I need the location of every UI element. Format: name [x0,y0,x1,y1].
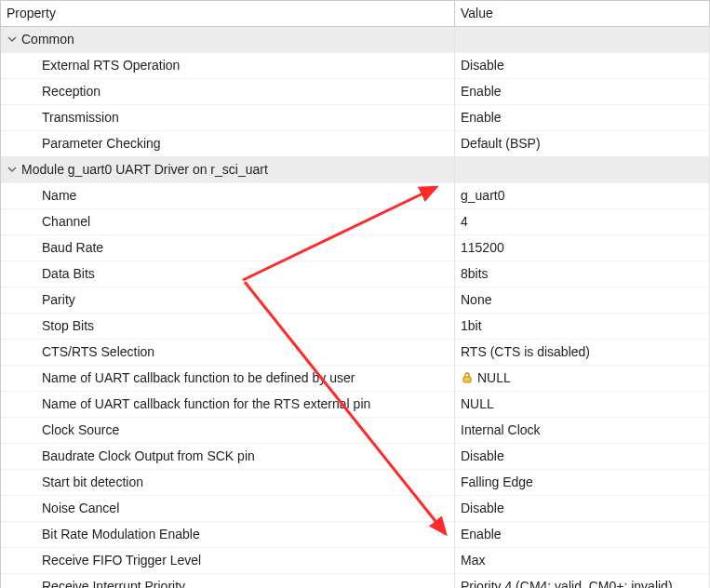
property-label: Clock Source [42,420,119,440]
value-cell[interactable]: g_uart0 [455,183,710,209]
value-cell[interactable]: RTS (CTS is disabled) [455,340,710,366]
property-label: Name of UART callback function for the R… [42,394,370,414]
value-label: 115200 [461,237,504,258]
value-cell[interactable]: Disable [455,444,710,470]
value-label: 4 [461,211,468,232]
value-label: 1bit [461,315,482,336]
group-label: Common [21,29,74,49]
value-label: RTS (CTS is disabled) [461,341,590,362]
property-cell[interactable]: Parameter Checking [1,131,455,157]
value-cell[interactable]: 115200 [455,235,710,261]
value-cell[interactable]: NULL [455,366,710,392]
value-label: Enable [461,107,502,127]
column-header-property[interactable]: Property [1,1,455,27]
chevron-down-icon [7,164,18,175]
value-label: g_uart0 [461,185,504,206]
property-cell[interactable]: Receive Interrupt Priority [1,574,455,588]
property-cell[interactable]: Receive FIFO Trigger Level [1,548,455,574]
value-cell[interactable]: None [455,287,710,314]
svg-rect-0 [463,377,471,382]
property-label: Baudrate Clock Output from SCK pin [42,446,255,466]
property-label: Data Bits [42,263,95,284]
property-label: Reception [42,81,100,101]
property-label: CTS/RTS Selection [42,341,154,362]
value-cell[interactable]: Default (BSP) [455,131,710,157]
value-cell[interactable]: Priority 4 (CM4: valid, CM0+: invalid) [455,574,710,588]
property-label: Transmission [42,107,119,127]
value-cell[interactable]: NULL [455,392,710,418]
lock-icon [461,371,474,384]
property-label: Stop Bits [42,315,94,336]
value-cell[interactable]: Falling Edge [455,470,710,496]
column-header-value[interactable]: Value [455,1,710,27]
property-label: Name of UART callback function to be def… [42,368,355,388]
value-cell[interactable]: 1bit [455,314,710,340]
property-label: Baud Rate [42,237,103,258]
property-cell[interactable]: Baud Rate [1,235,455,261]
property-label: External RTS Operation [42,55,180,75]
property-cell[interactable]: Channel [1,209,455,235]
value-label: 8bits [461,263,489,284]
value-label: NULL [477,368,511,388]
property-label: Parameter Checking [42,133,161,154]
property-label: Parity [42,289,75,310]
property-label: Start bit detection [42,472,143,492]
value-label: None [461,289,491,310]
property-cell[interactable]: Noise Cancel [1,496,455,522]
value-cell[interactable]: 4 [455,209,710,235]
value-label: Internal Clock [461,420,541,440]
property-cell[interactable]: Data Bits [1,261,455,287]
chevron-down-icon [7,33,18,45]
value-label: Disable [461,55,504,75]
value-label: Enable [461,524,502,544]
value-cell[interactable]: Enable [455,522,710,548]
property-cell[interactable]: Stop Bits [1,314,455,340]
property-cell[interactable]: Transmission [1,105,455,131]
value-label: Priority 4 (CM4: valid, CM0+: invalid) [461,576,673,588]
value-cell[interactable]: Internal Clock [455,418,710,444]
value-label: Disable [461,446,504,466]
value-label: Disable [461,498,504,518]
property-cell[interactable]: Bit Rate Modulation Enable [1,522,455,548]
group-value-blank [455,157,710,183]
property-cell[interactable]: Name of UART callback function for the R… [1,392,455,418]
value-cell[interactable]: Disable [455,53,710,79]
property-cell[interactable]: Name [1,183,455,209]
group-row[interactable]: Module g_uart0 UART Driver on r_sci_uart [1,157,455,183]
value-label: Falling Edge [461,472,533,492]
group-value-blank [455,27,710,53]
property-cell[interactable]: Parity [1,287,455,314]
value-label: Enable [461,81,502,101]
value-label: Max [461,550,485,570]
property-label: Receive Interrupt Priority [42,576,185,588]
property-cell[interactable]: Clock Source [1,418,455,444]
property-cell[interactable]: Start bit detection [1,470,455,496]
value-cell[interactable]: Enable [455,105,710,131]
value-label: Default (BSP) [461,133,541,154]
property-grid: Property Value CommonExternal RTS Operat… [0,0,710,588]
property-cell[interactable]: CTS/RTS Selection [1,340,455,366]
property-cell[interactable]: Reception [1,79,455,105]
property-label: Name [42,185,76,206]
property-label: Channel [42,211,90,232]
property-label: Noise Cancel [42,498,119,518]
value-cell[interactable]: 8bits [455,261,710,287]
group-row[interactable]: Common [1,27,455,53]
property-label: Receive FIFO Trigger Level [42,550,201,570]
value-cell[interactable]: Enable [455,79,710,105]
value-cell[interactable]: Disable [455,496,710,522]
property-label: Bit Rate Modulation Enable [42,524,200,544]
value-cell[interactable]: Max [455,548,710,574]
property-cell[interactable]: External RTS Operation [1,53,455,79]
property-cell[interactable]: Name of UART callback function to be def… [1,366,455,392]
value-label: NULL [461,394,494,414]
property-cell[interactable]: Baudrate Clock Output from SCK pin [1,444,455,470]
group-label: Module g_uart0 UART Driver on r_sci_uart [21,159,268,180]
